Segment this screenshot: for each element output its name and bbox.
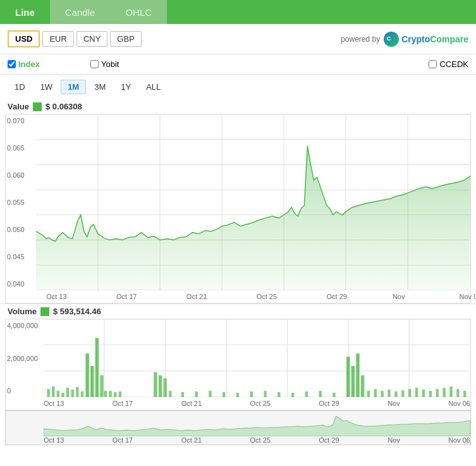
- currency-row: USD EUR CNY GBP powered by C CryptoCompa…: [0, 24, 476, 54]
- currency-eur[interactable]: EUR: [42, 31, 73, 47]
- svg-rect-70: [429, 391, 432, 397]
- index-checkbox-label[interactable]: Index: [8, 59, 40, 69]
- exchange-filter-row: Index Yobit CCEDK: [0, 54, 476, 75]
- svg-rect-34: [90, 366, 94, 397]
- time-range-row: 1D 1W 1M 3M 1Y ALL: [0, 75, 476, 99]
- index-checkbox[interactable]: [8, 60, 16, 68]
- svg-rect-27: [57, 391, 59, 397]
- value-bar: Value $ 0.06308: [0, 99, 476, 114]
- y-label-2: 0.065: [7, 144, 35, 152]
- y-label-4: 0.055: [7, 199, 35, 206]
- svg-rect-33: [85, 353, 88, 397]
- svg-rect-31: [76, 387, 78, 397]
- svg-rect-62: [374, 389, 377, 397]
- value-swatch: [33, 102, 42, 111]
- volume-amount: $ 593,514.46: [53, 307, 101, 316]
- currency-gbp[interactable]: GBP: [110, 31, 141, 47]
- svg-rect-45: [181, 392, 184, 397]
- vol-y-label-2: 2,000,000: [7, 355, 42, 362]
- x-label-nov: Nov: [393, 293, 405, 300]
- svg-rect-28: [61, 393, 64, 397]
- time-1m[interactable]: 1M: [61, 80, 86, 94]
- vol-x-label-nov: Nov: [388, 400, 400, 407]
- svg-rect-38: [109, 391, 111, 397]
- y-label-5: 0.050: [7, 226, 35, 233]
- x-label-nov06: Nov 06: [460, 293, 476, 300]
- svg-rect-47: [209, 391, 211, 397]
- svg-rect-60: [361, 376, 364, 397]
- svg-rect-49: [236, 393, 239, 397]
- svg-rect-69: [422, 389, 425, 397]
- tab-ohlc[interactable]: OHLC: [110, 0, 167, 24]
- y-label-6: 0.045: [7, 253, 35, 261]
- navigator-area: [44, 416, 470, 436]
- crypto-compare-icon: C: [384, 32, 399, 47]
- svg-rect-52: [278, 392, 280, 397]
- svg-rect-43: [163, 378, 166, 397]
- price-area-fill: [36, 146, 470, 290]
- svg-rect-41: [154, 372, 157, 397]
- svg-rect-66: [401, 390, 404, 397]
- vol-x-label-oct13: Oct 13: [44, 400, 64, 407]
- svg-rect-26: [52, 386, 54, 397]
- powered-by-text: powered by: [341, 35, 380, 44]
- svg-text:C: C: [387, 35, 391, 42]
- time-all[interactable]: ALL: [139, 80, 168, 94]
- vol-y-label-3: 0: [7, 387, 42, 395]
- tab-candle[interactable]: Candle: [50, 0, 111, 24]
- volume-label: Volume: [8, 307, 37, 316]
- price-chart-x-labels: Oct 13 Oct 17 Oct 21 Oct 25 Oct 29 Nov N…: [36, 290, 470, 303]
- svg-rect-35: [95, 338, 99, 397]
- svg-rect-30: [71, 389, 74, 397]
- svg-rect-37: [104, 391, 107, 397]
- ccedk-checkbox-label[interactable]: CCEDK: [429, 59, 468, 69]
- y-label-3: 0.060: [7, 171, 35, 179]
- x-label-oct17: Oct 17: [116, 293, 137, 300]
- currency-cny[interactable]: CNY: [76, 31, 107, 47]
- volume-chart-svg: [44, 319, 470, 397]
- vol-x-label-nov06: Nov 06: [448, 400, 470, 407]
- x-label-oct13: Oct 13: [46, 293, 66, 300]
- navigator-x-labels: Oct 13 Oct 17 Oct 21 Oct 25 Oct 29 Nov N…: [44, 435, 470, 445]
- time-1d[interactable]: 1D: [8, 80, 32, 94]
- yobit-checkbox-label[interactable]: Yobit: [90, 59, 119, 69]
- ccedk-label: CCEDK: [439, 59, 468, 69]
- currency-usd[interactable]: USD: [8, 30, 40, 47]
- svg-rect-72: [442, 388, 445, 397]
- svg-rect-46: [195, 391, 198, 397]
- svg-rect-40: [119, 391, 121, 397]
- index-label: Index: [18, 59, 40, 69]
- x-label-oct25: Oct 25: [257, 293, 277, 300]
- tab-line[interactable]: Line: [0, 0, 50, 24]
- svg-rect-59: [356, 353, 359, 397]
- chart-navigator[interactable]: Oct 13 Oct 17 Oct 21 Oct 25 Oct 29 Nov N…: [5, 410, 471, 445]
- svg-rect-55: [319, 391, 321, 397]
- time-3m[interactable]: 3M: [87, 80, 113, 94]
- volume-chart-area: 4,000,000 2,000,000 0: [5, 319, 471, 410]
- x-label-oct21: Oct 21: [186, 293, 207, 300]
- svg-rect-54: [305, 391, 308, 397]
- yobit-checkbox[interactable]: [90, 60, 99, 68]
- chart-type-tabs: Line Candle OHLC: [0, 0, 476, 24]
- svg-rect-68: [415, 388, 418, 397]
- crypto-compare-logo: C CryptoCompare: [384, 32, 468, 47]
- svg-rect-53: [291, 393, 294, 397]
- y-label-1: 0.070: [7, 117, 35, 125]
- volume-swatch: [40, 307, 49, 316]
- svg-rect-29: [66, 388, 69, 397]
- svg-rect-64: [388, 389, 390, 397]
- price-chart-svg-container: [36, 114, 470, 290]
- time-1y[interactable]: 1Y: [114, 80, 138, 94]
- ccedk-checkbox[interactable]: [429, 60, 437, 68]
- svg-rect-57: [346, 357, 350, 397]
- vol-x-label-oct29: Oct 29: [319, 400, 339, 407]
- vol-x-label-oct25: Oct 25: [250, 400, 270, 407]
- volume-chart-x-labels: Oct 13 Oct 17 Oct 21 Oct 25 Oct 29 Nov N…: [44, 397, 470, 410]
- svg-rect-71: [436, 389, 439, 397]
- value-label: Value: [8, 102, 29, 111]
- svg-rect-56: [333, 393, 335, 397]
- svg-rect-74: [456, 389, 459, 397]
- time-1w[interactable]: 1W: [34, 80, 60, 94]
- y-label-7: 0.040: [7, 280, 35, 288]
- yobit-label: Yobit: [101, 59, 119, 69]
